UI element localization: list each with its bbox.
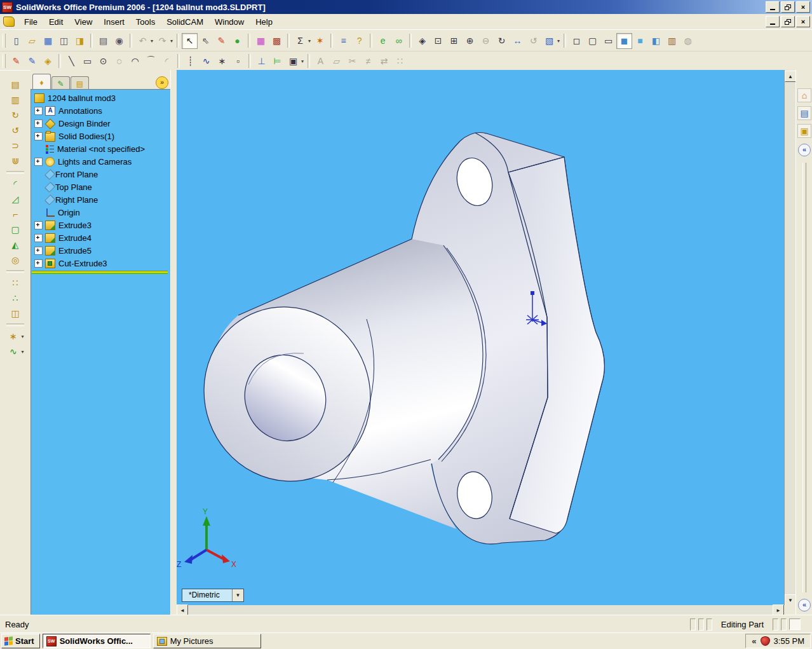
swept-boss-base-icon[interactable]: ⊃ xyxy=(8,138,24,154)
options-icon[interactable]: ≡ xyxy=(335,33,351,49)
chamfer-icon[interactable]: ◿ xyxy=(8,191,24,207)
vertical-scrollbar[interactable]: ▲ ▼ xyxy=(784,70,796,606)
spline-icon[interactable]: ∿ xyxy=(198,53,214,69)
jog-line-icon[interactable]: ∷ xyxy=(392,53,408,69)
menu-edit[interactable]: Edit xyxy=(43,15,69,29)
extruded-cut-icon[interactable]: ▥ xyxy=(8,92,24,108)
save-icon[interactable]: ▦ xyxy=(40,33,56,49)
hidden-lines-removed-icon[interactable]: ▭ xyxy=(600,33,616,49)
view-orientation-icon[interactable]: ◈ xyxy=(414,33,430,49)
view-orientation-combo[interactable]: *Dimetric ▼ xyxy=(182,589,244,602)
curves-dropdown-arrow[interactable]: ▾ xyxy=(21,349,24,355)
wireframe-icon[interactable]: ◻ xyxy=(569,33,585,49)
panel-expand-chevron[interactable]: » xyxy=(156,76,168,89)
print-preview-icon[interactable]: ◉ xyxy=(111,33,127,49)
undo-dropdown-arrow[interactable]: ▾ xyxy=(151,38,153,44)
help-icon[interactable]: ? xyxy=(351,33,367,49)
rollback-bar[interactable] xyxy=(32,271,168,274)
texture-icon[interactable]: ▩ xyxy=(269,33,285,49)
tree-root-item[interactable]: 1204 ballnut mod3 xyxy=(31,92,170,104)
scroll-down-button[interactable]: ▼ xyxy=(785,594,796,606)
new-document-icon[interactable]: ▯ xyxy=(8,33,24,49)
combo-dropdown-button[interactable]: ▼ xyxy=(232,589,243,601)
document-restore-button[interactable] xyxy=(781,16,795,27)
expand-toggle[interactable] xyxy=(34,221,43,229)
rectangle-icon[interactable]: ▭ xyxy=(79,53,95,69)
expand-toggle[interactable] xyxy=(34,234,43,242)
menu-view[interactable]: View xyxy=(69,15,98,29)
edit-color-icon[interactable]: ▦ xyxy=(253,33,269,49)
menu-file[interactable]: File xyxy=(18,15,43,29)
line-icon[interactable]: ╲ xyxy=(64,53,79,69)
task-pane-expand-chevron[interactable]: « xyxy=(798,144,811,156)
horizontal-scrollbar[interactable]: ◄ ► xyxy=(177,605,784,615)
redo-dropdown-arrow[interactable]: ▾ xyxy=(170,38,173,44)
tree-item-annotations[interactable]: Annotations xyxy=(31,104,170,117)
tree-item-design-binder[interactable]: Design Binder xyxy=(31,117,170,130)
taskbar-item-my-pictures[interactable]: My Pictures xyxy=(153,634,261,648)
extruded-boss-base-icon[interactable]: ▤ xyxy=(8,77,24,93)
tree-item-lights-cameras[interactable]: Lights and Cameras xyxy=(31,155,170,168)
expand-toggle[interactable] xyxy=(34,158,43,166)
hyperlink-icon[interactable]: ∞ xyxy=(391,33,407,49)
display-relations-icon[interactable]: ⊨ xyxy=(269,53,285,69)
draft-icon[interactable]: ◭ xyxy=(8,237,24,253)
menu-insert[interactable]: Insert xyxy=(98,15,130,29)
make-drawing-from-part-icon[interactable]: ◫ xyxy=(56,33,72,49)
tree-item-cut-extrude3[interactable]: Cut-Extrude3 xyxy=(31,257,170,270)
web-icon[interactable]: e xyxy=(375,33,391,49)
revolved-boss-base-icon[interactable]: ↻ xyxy=(8,107,24,123)
expand-toggle[interactable] xyxy=(34,132,43,140)
document-close-button[interactable]: × xyxy=(796,16,810,27)
tree-item-extrude4[interactable]: Extrude4 xyxy=(31,231,170,244)
tree-item-extrude3[interactable]: Extrude3 xyxy=(31,219,170,231)
tree-item-solid-bodies[interactable]: Solid Bodies(1) xyxy=(31,130,170,142)
section-view-icon[interactable]: ▥ xyxy=(664,33,680,49)
quick-snaps-dropdown-arrow[interactable]: ▾ xyxy=(301,58,304,64)
graphics-viewport[interactable]: Y X Z *Dimetric ▼ xyxy=(177,70,784,605)
fillet-icon[interactable]: ◜ xyxy=(8,176,24,192)
3d-sketch-icon[interactable]: ✎ xyxy=(24,53,40,69)
tree-item-origin[interactable]: Origin xyxy=(31,206,170,219)
redo-icon[interactable]: ↷ xyxy=(154,33,170,49)
split-entities-icon[interactable]: ⇄ xyxy=(376,53,392,69)
tree-item-extrude5[interactable]: Extrude5 xyxy=(31,244,170,257)
title-bar[interactable]: SolidWorks Office Premium 2006 - [1204 b… xyxy=(0,0,812,14)
document-minimize-button[interactable] xyxy=(766,16,780,27)
linear-pattern-icon[interactable]: ∷ xyxy=(8,275,24,291)
menu-help[interactable]: Help xyxy=(250,15,278,29)
standard-views-dropdown-arrow[interactable]: ▾ xyxy=(557,38,560,44)
extend-entities-icon[interactable]: ≠ xyxy=(360,53,376,69)
centerpoint-arc-icon[interactable]: ◠ xyxy=(127,53,143,69)
centerline-icon[interactable]: ┊ xyxy=(182,53,198,69)
antivirus-shield-icon[interactable] xyxy=(761,636,770,646)
perimeter-circle-icon[interactable]: ◌ xyxy=(111,53,127,69)
scroll-up-button[interactable]: ▲ xyxy=(785,71,796,82)
restore-button[interactable] xyxy=(781,1,795,13)
hole-wizard-icon[interactable]: ◎ xyxy=(8,252,24,268)
undo-icon[interactable]: ↶ xyxy=(135,33,151,49)
zoom-in-out-icon[interactable]: ⊕ xyxy=(462,33,478,49)
trim-entities-icon[interactable]: ✂ xyxy=(344,53,360,69)
reference-geometry-icon[interactable]: ∗ xyxy=(5,329,21,345)
tray-chevron-icon[interactable]: « xyxy=(752,636,756,646)
three-point-arc-icon[interactable]: ◜ xyxy=(159,53,175,69)
shaded-with-edges-icon[interactable]: ◼ xyxy=(616,33,632,49)
rotate-view-icon[interactable]: ↻ xyxy=(494,33,510,49)
print-icon[interactable]: ▤ xyxy=(95,33,111,49)
mirror-icon[interactable]: ◫ xyxy=(8,306,24,322)
make-block-icon[interactable]: ▫ xyxy=(230,53,246,69)
tree-item-material[interactable]: Material <not specified> xyxy=(31,142,170,155)
circle-icon[interactable]: ⊙ xyxy=(95,53,111,69)
point-icon[interactable]: ∗ xyxy=(214,53,230,69)
shaded-icon[interactable]: ■ xyxy=(632,33,648,49)
open-document-icon[interactable]: ▱ xyxy=(24,33,40,49)
part-3d-model[interactable] xyxy=(180,133,605,544)
shadows-in-shaded-mode-icon[interactable]: ◧ xyxy=(648,33,664,49)
expand-toggle[interactable] xyxy=(34,247,43,255)
expand-toggle[interactable] xyxy=(34,259,43,268)
measure-icon[interactable]: Σ xyxy=(292,33,308,49)
reference-geometry-dropdown-arrow[interactable]: ▾ xyxy=(21,334,24,339)
shell-icon[interactable]: ▢ xyxy=(8,222,24,238)
taskbar-item-solidworks[interactable]: SolidWorks Offic... xyxy=(43,634,151,648)
